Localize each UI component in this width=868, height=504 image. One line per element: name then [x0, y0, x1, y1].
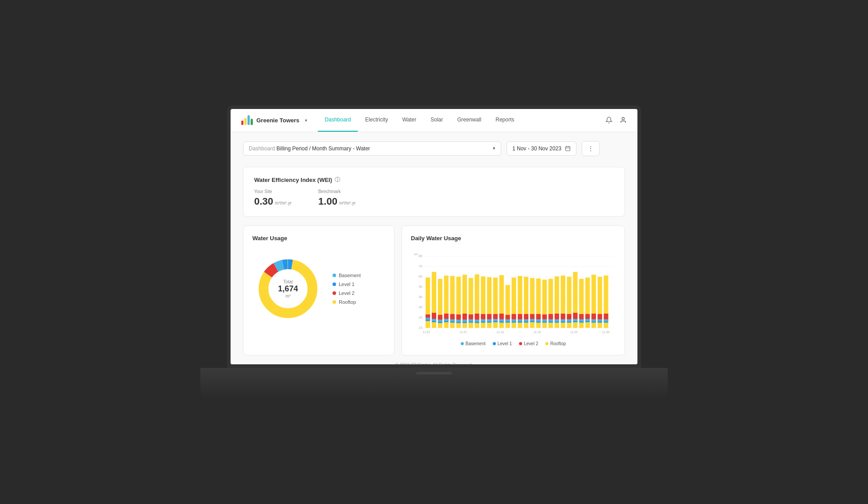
- svg-rect-129: [579, 321, 584, 323]
- svg-text:30: 30: [419, 305, 422, 309]
- svg-rect-55: [469, 314, 473, 319]
- svg-rect-80: [506, 319, 510, 321]
- svg-rect-77: [499, 321, 504, 323]
- user-button[interactable]: [620, 117, 627, 124]
- svg-rect-52: [462, 319, 467, 322]
- legend-item-level1: Level 1: [333, 282, 361, 287]
- wei-benchmark-value-group: 1.00 m³/m².yr: [318, 196, 356, 207]
- legend-dot-basement: [333, 274, 336, 277]
- bar-chart-legend: Basement Level 1 Level 2: [411, 341, 616, 346]
- svg-rect-133: [585, 321, 590, 322]
- navigation: Greenie Towers ▾ Dashboard Electricity W…: [231, 109, 637, 132]
- bar-legend-level1: Level 1: [493, 341, 512, 346]
- legend-label-basement: Basement: [339, 273, 361, 278]
- svg-rect-83: [511, 314, 516, 319]
- nav-link-dashboard[interactable]: Dashboard: [318, 109, 358, 132]
- breadcrumb-select[interactable]: Dashboard Billing Period / Month Summary…: [243, 141, 501, 156]
- logo-area[interactable]: Greenie Towers ▾: [241, 115, 307, 125]
- svg-rect-123: [573, 313, 577, 319]
- svg-rect-127: [579, 314, 584, 319]
- svg-rect-100: [536, 319, 541, 321]
- donut-chart: Total 1,674 m³: [252, 253, 324, 324]
- bar-legend-level2: Level 2: [519, 341, 538, 346]
- calendar-icon: [565, 145, 571, 151]
- svg-rect-71: [493, 314, 498, 319]
- svg-rect-49: [456, 322, 461, 323]
- svg-rect-84: [511, 319, 516, 321]
- svg-text:40: 40: [419, 295, 422, 299]
- svg-rect-128: [579, 319, 584, 321]
- nav-link-greenwall[interactable]: Greenwall: [450, 109, 488, 132]
- svg-rect-131: [585, 314, 590, 319]
- wei-your-site-unit: m³/m².yr: [275, 201, 292, 206]
- svg-rect-33: [432, 321, 436, 322]
- svg-rect-101: [536, 321, 541, 323]
- wei-metrics: Your Site 0.30 m³/m².yr Benchmark 1.00: [254, 189, 614, 207]
- legend-item-basement: Basement: [333, 273, 361, 278]
- svg-rect-89: [518, 321, 522, 323]
- svg-rect-41: [444, 321, 449, 322]
- svg-rect-104: [542, 319, 547, 321]
- legend-item-rooftop: Rooftop: [333, 299, 361, 305]
- bar-legend-dot-level2: [519, 342, 522, 345]
- svg-rect-1: [566, 146, 570, 151]
- svg-rect-124: [573, 319, 577, 321]
- svg-text:11-13: 11-13: [496, 331, 504, 334]
- water-usage-title: Water Usage: [252, 235, 385, 242]
- donut-total-value: 1,674: [278, 284, 298, 293]
- breadcrumb-bar: Dashboard Billing Period / Month Summary…: [243, 141, 625, 156]
- svg-rect-137: [592, 321, 596, 323]
- svg-rect-53: [462, 322, 467, 323]
- svg-rect-144: [604, 319, 608, 321]
- wei-title-text: Water Efficiency Index (WEI): [254, 177, 332, 183]
- svg-rect-79: [506, 314, 510, 319]
- svg-text:11-07: 11-07: [460, 331, 467, 334]
- bar-legend-rooftop: Rooftop: [545, 341, 566, 346]
- bar-legend-dot-rooftop: [545, 342, 548, 345]
- bar-legend-label-level2: Level 2: [524, 341, 538, 346]
- svg-rect-69: [487, 321, 491, 323]
- notification-button[interactable]: [605, 117, 612, 124]
- legend-label-level2: Level 2: [339, 290, 354, 296]
- nav-link-reports[interactable]: Reports: [488, 109, 521, 132]
- svg-rect-112: [555, 319, 559, 321]
- svg-rect-35: [438, 314, 442, 319]
- svg-rect-115: [561, 314, 565, 319]
- svg-rect-116: [561, 319, 565, 321]
- svg-rect-59: [475, 314, 479, 320]
- svg-rect-60: [475, 319, 479, 322]
- legend-dot-level2: [333, 291, 336, 295]
- donut-total-unit: m³: [278, 293, 298, 298]
- wei-info-icon[interactable]: ⓘ: [335, 176, 340, 184]
- svg-rect-47: [456, 314, 461, 319]
- laptop-notch: [416, 372, 452, 375]
- nav-link-electricity[interactable]: Electricity: [358, 109, 395, 132]
- nav-link-water[interactable]: Water: [395, 109, 424, 132]
- breadcrumb-path: Dashboard: [249, 145, 275, 152]
- svg-rect-111: [555, 314, 559, 319]
- svg-rect-61: [475, 322, 479, 323]
- brand-dropdown-icon[interactable]: ▾: [305, 118, 307, 123]
- svg-rect-136: [592, 319, 596, 321]
- svg-text:11-19: 11-19: [533, 331, 541, 334]
- wei-benchmark-label: Benchmark: [318, 189, 356, 194]
- svg-rect-145: [604, 321, 608, 323]
- donut-content: Total 1,674 m³ Basement: [252, 249, 385, 329]
- nav-actions: [605, 117, 627, 124]
- nav-link-solar[interactable]: Solar: [423, 109, 450, 132]
- legend-dot-rooftop: [333, 300, 336, 304]
- svg-point-0: [622, 117, 624, 120]
- svg-rect-31: [432, 313, 436, 319]
- daily-water-usage-card: Daily Water Usage 80 70 60 50 40 30: [402, 226, 625, 355]
- svg-rect-44: [450, 319, 454, 321]
- svg-rect-135: [592, 314, 596, 319]
- svg-rect-132: [585, 319, 590, 321]
- svg-rect-96: [530, 319, 535, 321]
- date-picker[interactable]: 1 Nov - 30 Nov 2023: [507, 141, 576, 156]
- water-usage-card: Water Usage: [243, 226, 394, 355]
- more-options-button[interactable]: ⋮: [582, 141, 600, 156]
- svg-rect-73: [493, 321, 498, 322]
- legend-dot-level1: [333, 282, 336, 286]
- svg-rect-121: [567, 321, 572, 323]
- daily-water-usage-title: Daily Water Usage: [411, 235, 616, 242]
